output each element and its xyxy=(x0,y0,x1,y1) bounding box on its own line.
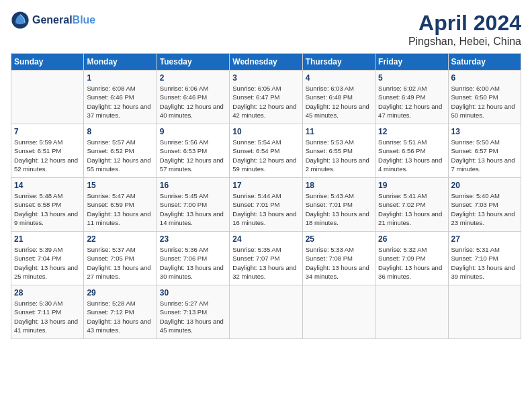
calendar-day-cell: 21Sunrise: 5:39 AMSunset: 7:04 PMDayligh… xyxy=(11,232,84,285)
day-number: 5 xyxy=(378,73,445,83)
weekday-header: Thursday xyxy=(302,54,375,71)
calendar-day-cell: 27Sunrise: 5:31 AMSunset: 7:10 PMDayligh… xyxy=(448,232,521,285)
weekday-header: Saturday xyxy=(448,54,521,71)
day-number: 8 xyxy=(87,127,153,136)
day-info: Sunrise: 5:45 AMSunset: 7:00 PMDaylight:… xyxy=(160,191,226,227)
day-info: Sunrise: 5:59 AMSunset: 6:51 PMDaylight:… xyxy=(14,138,81,173)
day-number: 28 xyxy=(14,288,81,298)
weekday-header: Tuesday xyxy=(157,54,229,71)
day-number: 3 xyxy=(232,73,299,83)
day-number: 30 xyxy=(160,288,226,298)
day-number: 6 xyxy=(451,73,518,83)
calendar-day-cell xyxy=(375,285,448,339)
day-info: Sunrise: 5:50 AMSunset: 6:57 PMDaylight:… xyxy=(451,138,518,173)
day-number: 26 xyxy=(378,234,445,244)
day-info: Sunrise: 5:39 AMSunset: 7:04 PMDaylight:… xyxy=(14,245,81,281)
day-number: 14 xyxy=(14,181,81,190)
weekday-header: Sunday xyxy=(11,54,84,71)
day-number: 17 xyxy=(232,181,299,190)
calendar-day-cell: 12Sunrise: 5:51 AMSunset: 6:56 PMDayligh… xyxy=(375,124,448,178)
calendar-day-cell: 28Sunrise: 5:30 AMSunset: 7:11 PMDayligh… xyxy=(11,285,84,339)
day-info: Sunrise: 5:33 AMSunset: 7:08 PMDaylight:… xyxy=(306,245,372,281)
calendar-day-cell: 24Sunrise: 5:35 AMSunset: 7:07 PMDayligh… xyxy=(230,232,302,285)
day-info: Sunrise: 5:51 AMSunset: 6:56 PMDaylight:… xyxy=(378,138,445,173)
day-info: Sunrise: 5:57 AMSunset: 6:52 PMDaylight:… xyxy=(87,138,153,173)
calendar-day-cell: 11Sunrise: 5:53 AMSunset: 6:55 PMDayligh… xyxy=(302,124,375,178)
weekday-header: Friday xyxy=(375,54,448,71)
day-info: Sunrise: 5:44 AMSunset: 7:01 PMDaylight:… xyxy=(232,191,299,227)
day-number: 16 xyxy=(160,181,226,190)
calendar-day-cell: 20Sunrise: 5:40 AMSunset: 7:03 PMDayligh… xyxy=(448,178,521,232)
location-title: Pingshan, Hebei, China xyxy=(408,36,521,48)
calendar-day-cell xyxy=(302,285,375,339)
calendar-day-cell: 25Sunrise: 5:33 AMSunset: 7:08 PMDayligh… xyxy=(302,232,375,285)
calendar-day-cell: 19Sunrise: 5:41 AMSunset: 7:02 PMDayligh… xyxy=(375,178,448,232)
calendar-day-cell: 14Sunrise: 5:48 AMSunset: 6:58 PMDayligh… xyxy=(11,178,84,232)
calendar-day-cell: 10Sunrise: 5:54 AMSunset: 6:54 PMDayligh… xyxy=(230,124,302,178)
day-number: 27 xyxy=(451,234,518,244)
calendar-week-row: 28Sunrise: 5:30 AMSunset: 7:11 PMDayligh… xyxy=(11,285,521,339)
calendar-day-cell: 30Sunrise: 5:27 AMSunset: 7:13 PMDayligh… xyxy=(157,285,229,339)
day-info: Sunrise: 6:00 AMSunset: 6:50 PMDaylight:… xyxy=(451,84,518,120)
calendar-day-cell: 26Sunrise: 5:32 AMSunset: 7:09 PMDayligh… xyxy=(375,232,448,285)
calendar-week-row: 7Sunrise: 5:59 AMSunset: 6:51 PMDaylight… xyxy=(11,124,521,178)
calendar-day-cell: 3Sunrise: 6:05 AMSunset: 6:47 PMDaylight… xyxy=(230,71,302,124)
calendar-day-cell: 13Sunrise: 5:50 AMSunset: 6:57 PMDayligh… xyxy=(448,124,521,178)
calendar-day-cell: 5Sunrise: 6:02 AMSunset: 6:49 PMDaylight… xyxy=(375,71,448,124)
day-number: 12 xyxy=(378,127,445,136)
day-number: 1 xyxy=(87,73,153,83)
day-number: 19 xyxy=(378,181,445,190)
calendar-day-cell: 17Sunrise: 5:44 AMSunset: 7:01 PMDayligh… xyxy=(230,178,302,232)
calendar-day-cell xyxy=(230,285,302,339)
day-info: Sunrise: 5:48 AMSunset: 6:58 PMDaylight:… xyxy=(14,191,81,227)
calendar-day-cell: 6Sunrise: 6:00 AMSunset: 6:50 PMDaylight… xyxy=(448,71,521,124)
day-number: 7 xyxy=(14,127,81,136)
day-info: Sunrise: 6:03 AMSunset: 6:48 PMDaylight:… xyxy=(306,84,372,120)
day-number: 15 xyxy=(87,181,153,190)
calendar-table: SundayMondayTuesdayWednesdayThursdayFrid… xyxy=(11,53,521,339)
logo-icon xyxy=(11,11,30,30)
day-number: 24 xyxy=(232,234,299,244)
calendar-day-cell: 1Sunrise: 6:08 AMSunset: 6:46 PMDaylight… xyxy=(84,71,157,124)
day-number: 10 xyxy=(232,127,299,136)
calendar-day-cell: 18Sunrise: 5:43 AMSunset: 7:01 PMDayligh… xyxy=(302,178,375,232)
day-info: Sunrise: 5:56 AMSunset: 6:53 PMDaylight:… xyxy=(160,138,226,173)
calendar-day-cell: 23Sunrise: 5:36 AMSunset: 7:06 PMDayligh… xyxy=(157,232,229,285)
day-number: 13 xyxy=(451,127,518,136)
day-info: Sunrise: 5:35 AMSunset: 7:07 PMDaylight:… xyxy=(232,245,299,281)
day-info: Sunrise: 5:27 AMSunset: 7:13 PMDaylight:… xyxy=(160,299,226,334)
day-info: Sunrise: 6:06 AMSunset: 6:46 PMDaylight:… xyxy=(160,84,226,120)
calendar-day-cell: 29Sunrise: 5:28 AMSunset: 7:12 PMDayligh… xyxy=(84,285,157,339)
calendar-week-row: 21Sunrise: 5:39 AMSunset: 7:04 PMDayligh… xyxy=(11,232,521,285)
logo: GeneralBlue xyxy=(11,11,95,30)
calendar-body: 1Sunrise: 6:08 AMSunset: 6:46 PMDaylight… xyxy=(11,71,521,339)
day-info: Sunrise: 5:53 AMSunset: 6:55 PMDaylight:… xyxy=(306,138,372,173)
calendar-day-cell xyxy=(448,285,521,339)
calendar-day-cell: 8Sunrise: 5:57 AMSunset: 6:52 PMDaylight… xyxy=(84,124,157,178)
calendar-day-cell: 15Sunrise: 5:47 AMSunset: 6:59 PMDayligh… xyxy=(84,178,157,232)
day-number: 11 xyxy=(306,127,372,136)
day-number: 20 xyxy=(451,181,518,190)
day-info: Sunrise: 5:37 AMSunset: 7:05 PMDaylight:… xyxy=(87,245,153,281)
day-number: 29 xyxy=(87,288,153,298)
day-number: 23 xyxy=(160,234,226,244)
weekday-header: Monday xyxy=(84,54,157,71)
day-number: 18 xyxy=(306,181,372,190)
day-info: Sunrise: 5:40 AMSunset: 7:03 PMDaylight:… xyxy=(451,191,518,227)
day-info: Sunrise: 5:36 AMSunset: 7:06 PMDaylight:… xyxy=(160,245,226,281)
day-info: Sunrise: 5:30 AMSunset: 7:11 PMDaylight:… xyxy=(14,299,81,334)
calendar-day-cell: 16Sunrise: 5:45 AMSunset: 7:00 PMDayligh… xyxy=(157,178,229,232)
day-number: 21 xyxy=(14,234,81,244)
day-number: 25 xyxy=(306,234,372,244)
day-info: Sunrise: 5:47 AMSunset: 6:59 PMDaylight:… xyxy=(87,191,153,227)
day-info: Sunrise: 5:41 AMSunset: 7:02 PMDaylight:… xyxy=(378,191,445,227)
logo-text: GeneralBlue xyxy=(32,14,95,26)
calendar-day-cell: 4Sunrise: 6:03 AMSunset: 6:48 PMDaylight… xyxy=(302,71,375,124)
day-info: Sunrise: 6:02 AMSunset: 6:49 PMDaylight:… xyxy=(378,84,445,120)
day-info: Sunrise: 6:08 AMSunset: 6:46 PMDaylight:… xyxy=(87,84,153,120)
page-header: GeneralBlue April 2024 Pingshan, Hebei, … xyxy=(11,11,521,48)
weekday-header: Wednesday xyxy=(230,54,302,71)
day-info: Sunrise: 6:05 AMSunset: 6:47 PMDaylight:… xyxy=(232,84,299,120)
day-info: Sunrise: 5:28 AMSunset: 7:12 PMDaylight:… xyxy=(87,299,153,334)
calendar-week-row: 14Sunrise: 5:48 AMSunset: 6:58 PMDayligh… xyxy=(11,178,521,232)
